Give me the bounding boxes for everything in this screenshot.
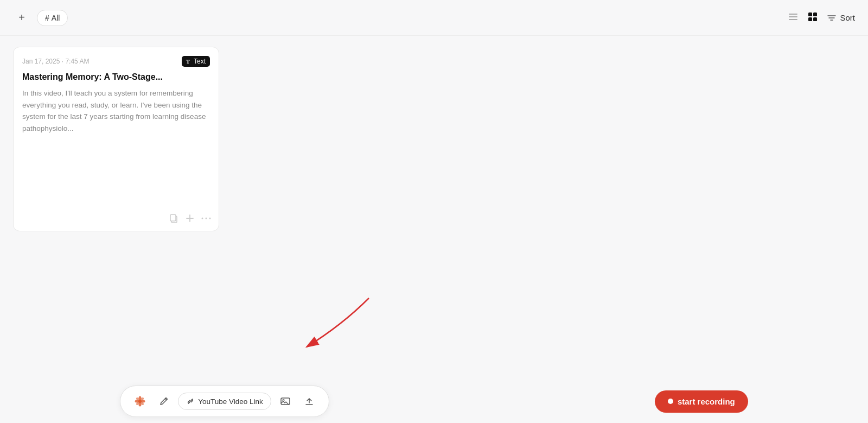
top-bar-right: Sort — [788, 11, 855, 24]
pencil-button[interactable] — [154, 392, 174, 411]
upload-button[interactable] — [299, 392, 319, 411]
svg-rect-25 — [281, 398, 290, 405]
t-icon: T — [186, 58, 190, 65]
svg-rect-4 — [813, 12, 817, 16]
start-recording-button[interactable]: start recording — [655, 390, 748, 413]
card-body: In this video, I'll teach you a system f… — [22, 87, 210, 134]
svg-rect-0 — [789, 14, 797, 15]
top-bar-left: + # All — [13, 9, 68, 27]
svg-point-24 — [138, 400, 142, 403]
youtube-link-label: YouTube Video Link — [198, 397, 263, 406]
card-more-button[interactable] — [201, 217, 211, 220]
svg-rect-8 — [170, 214, 176, 221]
svg-rect-2 — [789, 19, 797, 20]
card-copy-button[interactable] — [169, 213, 178, 223]
card-meta: Jan 17, 2025 · 7:45 AM T Text — [22, 56, 210, 67]
svg-rect-6 — [813, 17, 817, 21]
note-card: Jan 17, 2025 · 7:45 AM T Text Mastering … — [13, 47, 219, 231]
main-content: Jan 17, 2025 · 7:45 AM T Text Mastering … — [0, 36, 868, 380]
svg-rect-5 — [808, 17, 812, 21]
all-tag-label: All — [52, 14, 60, 22]
card-type-badge: T Text — [182, 56, 210, 67]
svg-rect-1 — [789, 16, 797, 17]
all-tag-filter[interactable]: # All — [37, 10, 68, 26]
card-add-button[interactable] — [185, 213, 195, 223]
youtube-link-button[interactable]: YouTube Video Link — [178, 393, 271, 410]
card-date: Jan 17, 2025 · 7:45 AM — [22, 58, 89, 65]
svg-point-26 — [283, 400, 284, 401]
settings-flower-button[interactable] — [130, 392, 150, 411]
grid-view-button[interactable] — [807, 11, 818, 24]
card-actions — [169, 213, 211, 223]
toolbar-inner: YouTube Video Link — [120, 386, 329, 417]
list-view-button[interactable] — [788, 11, 799, 24]
card-type-label: Text — [194, 58, 206, 65]
svg-rect-3 — [808, 12, 812, 16]
add-button[interactable]: + — [13, 9, 30, 27]
card-title: Mastering Memory: A Two-Stage... — [22, 72, 210, 82]
hash-icon: # — [45, 14, 49, 22]
bottom-toolbar: YouTube Video Link start recording — [0, 380, 868, 423]
sort-label: Sort — [840, 13, 855, 22]
record-dot-icon — [668, 399, 673, 404]
add-icon: + — [18, 11, 25, 24]
svg-point-11 — [202, 218, 203, 219]
sort-button[interactable]: Sort — [827, 13, 855, 23]
image-button[interactable] — [276, 392, 295, 411]
svg-point-13 — [209, 218, 211, 219]
top-bar: + # All — [0, 0, 868, 36]
svg-point-12 — [206, 218, 207, 219]
start-recording-label: start recording — [678, 397, 735, 406]
